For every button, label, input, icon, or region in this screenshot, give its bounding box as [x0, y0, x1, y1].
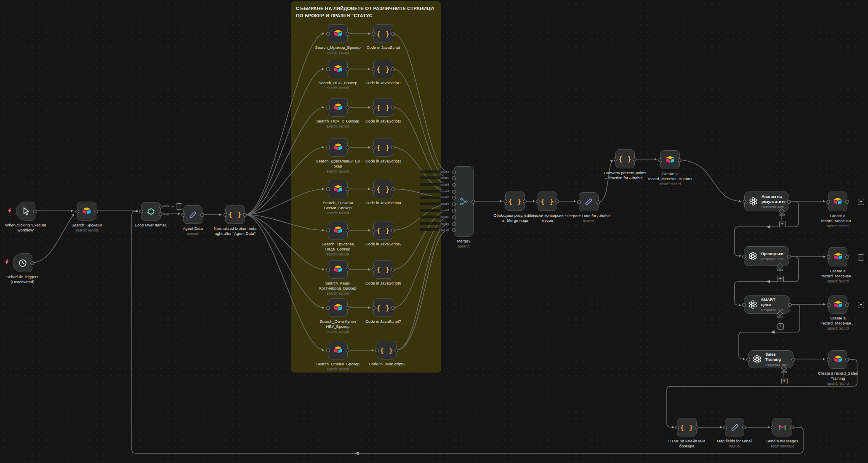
output-port[interactable] [391, 32, 395, 36]
create-record-mesechen-analiz[interactable] [660, 150, 680, 169]
code-in-javascript5[interactable]: { } [373, 221, 393, 239]
obobshtava-rezultatite[interactable]: { } [505, 192, 525, 211]
code-in-javascript7[interactable]: { } [373, 298, 393, 317]
code-in-javascript3[interactable]: { } [373, 138, 393, 157]
input-port[interactable] [452, 196, 456, 200]
output-port[interactable] [391, 106, 395, 109]
input-port[interactable] [827, 255, 831, 259]
output-port[interactable] [243, 213, 247, 217]
output-port[interactable] [596, 200, 600, 204]
add-node-button[interactable]: + [176, 203, 182, 210]
openai-smart-tseli[interactable]: SMART целиResponse Text [744, 295, 790, 314]
create-record-mesechen-2[interactable] [828, 247, 847, 266]
openai-analiz-na-rezultatite[interactable]: Анализ нарезултатитеResponse Text [744, 192, 789, 211]
output-port[interactable] [346, 106, 349, 109]
output-port[interactable] [33, 210, 37, 213]
search-vsichki-broker[interactable] [328, 341, 348, 359]
output-port[interactable] [391, 306, 395, 310]
input-port[interactable] [746, 358, 750, 362]
input-port[interactable] [326, 32, 330, 36]
output-port[interactable] [790, 426, 794, 429]
schedule-trigger1[interactable] [13, 253, 32, 272]
output-port[interactable] [742, 426, 746, 429]
create-record-sales-training[interactable] [828, 350, 847, 369]
input-port[interactable] [326, 229, 330, 232]
input-port[interactable] [372, 306, 375, 310]
send-message1[interactable] [772, 418, 792, 436]
add-tool-button[interactable]: + [779, 221, 785, 227]
output-port[interactable] [845, 303, 849, 307]
openai-preporaki[interactable]: ПрепоръкиResponse Text [744, 246, 789, 266]
input-port[interactable] [375, 349, 379, 352]
input-port[interactable] [326, 106, 330, 109]
add-node-button[interactable]: + [858, 254, 864, 261]
input-port[interactable] [827, 358, 831, 362]
izchisli-konversii[interactable]: { } [538, 192, 557, 211]
code-in-javascript4[interactable]: { } [373, 180, 393, 198]
add-tool-button[interactable]: + [777, 323, 784, 330]
output-port[interactable] [845, 358, 849, 362]
add-node-button[interactable]: + [858, 199, 864, 205]
add-node-button[interactable]: + [858, 302, 864, 308]
input-port[interactable] [372, 67, 375, 71]
input-port[interactable] [372, 106, 375, 109]
input-port[interactable] [181, 213, 185, 217]
search-ovcha-kupel-nbu-broker[interactable] [328, 298, 348, 317]
output-port[interactable] [555, 200, 559, 203]
output-port[interactable] [346, 229, 349, 232]
html-email-brokera[interactable]: { } [677, 418, 697, 436]
input-port[interactable] [743, 200, 746, 204]
input-port[interactable] [326, 306, 330, 310]
input-port[interactable] [326, 67, 330, 71]
output-port[interactable] [845, 255, 849, 259]
input-port[interactable] [75, 210, 79, 213]
output-port[interactable] [391, 67, 395, 71]
output-port[interactable] [346, 187, 349, 191]
input-port[interactable] [452, 216, 456, 219]
input-port[interactable] [452, 202, 456, 206]
code-in-javascript[interactable]: { } [373, 24, 393, 43]
prepare-data-for-airtable[interactable] [579, 192, 599, 211]
code-in-javascript9[interactable]: { } [377, 341, 397, 359]
input-port[interactable] [827, 303, 831, 307]
output-port[interactable] [791, 358, 795, 362]
input-port[interactable] [139, 210, 143, 213]
add-tool-button[interactable]: + [781, 378, 788, 384]
workflow-canvas[interactable]: СЪБИРАНЕ НА ЛИЙДОВЕТЕ ОТ РАЗЛИЧНИТЕ СТРА… [0, 0, 868, 463]
input-port[interactable] [372, 187, 375, 191]
output-port[interactable] [346, 67, 349, 71]
code-in-javascript2[interactable]: { } [373, 98, 393, 117]
input-port[interactable] [372, 268, 375, 271]
input-port[interactable] [675, 426, 679, 429]
input-port[interactable] [452, 176, 456, 180]
merge2[interactable] [454, 166, 474, 237]
search-gavkavi-shemi-broker[interactable] [328, 180, 348, 198]
map-fields-gmail[interactable] [725, 418, 744, 436]
search-krastova-vada-broker[interactable] [328, 221, 348, 239]
search-nsa-broker[interactable] [328, 60, 348, 78]
input-port[interactable] [452, 222, 456, 226]
input-port[interactable] [536, 200, 540, 203]
output-port[interactable] [346, 32, 349, 36]
output-port[interactable] [346, 268, 349, 271]
output-port[interactable] [94, 210, 98, 213]
output-port[interactable] [346, 349, 349, 352]
output-port[interactable] [695, 426, 698, 429]
output-port[interactable] [845, 200, 849, 204]
input-port[interactable] [326, 268, 330, 271]
converts-percent-points[interactable]: { } [615, 149, 635, 168]
input-port[interactable] [452, 209, 456, 213]
input-port[interactable] [372, 32, 375, 36]
loop-over-items1[interactable] [141, 202, 161, 221]
input-port[interactable] [326, 349, 330, 352]
input-port[interactable] [742, 303, 746, 307]
input-port[interactable] [326, 187, 330, 191]
input-port[interactable] [452, 183, 456, 187]
output-port[interactable] [200, 213, 204, 217]
create-record-mesechen-1[interactable] [828, 192, 847, 211]
input-port[interactable] [452, 190, 456, 194]
code-in-javascript1[interactable]: { } [373, 60, 393, 78]
input-port[interactable] [452, 170, 456, 174]
normalized-broker-meta[interactable]: { } [225, 205, 245, 224]
search-brokeri[interactable] [77, 202, 96, 221]
